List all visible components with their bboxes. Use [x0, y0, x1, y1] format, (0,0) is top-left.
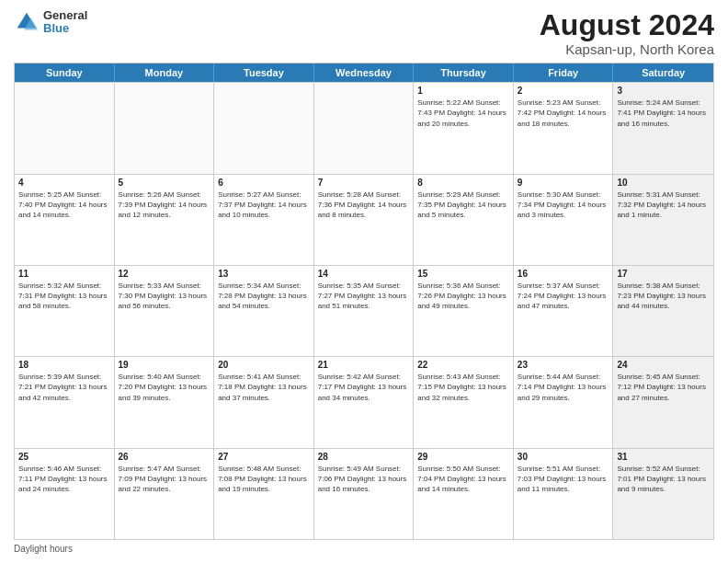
- day-number: 5: [119, 178, 210, 188]
- day-info: Sunrise: 5:50 AM Sunset: 7:04 PM Dayligh…: [417, 464, 509, 495]
- day-number: 6: [218, 178, 310, 188]
- day-number: 20: [218, 360, 310, 370]
- day-info: Sunrise: 5:25 AM Sunset: 7:40 PM Dayligh…: [18, 190, 110, 221]
- day-info: Sunrise: 5:37 AM Sunset: 7:24 PM Dayligh…: [518, 281, 609, 312]
- calendar-body: 1Sunrise: 5:22 AM Sunset: 7:43 PM Daylig…: [15, 82, 713, 539]
- cal-cell: 14Sunrise: 5:35 AM Sunset: 7:27 PM Dayli…: [314, 266, 415, 356]
- day-info: Sunrise: 5:23 AM Sunset: 7:42 PM Dayligh…: [518, 98, 609, 129]
- cal-cell: 17Sunrise: 5:38 AM Sunset: 7:23 PM Dayli…: [613, 266, 713, 356]
- cal-cell: 9Sunrise: 5:30 AM Sunset: 7:34 PM Daylig…: [514, 175, 614, 265]
- title-block: August 2024 Kapsan-up, North Korea: [540, 9, 714, 57]
- day-number: 28: [318, 452, 410, 462]
- cal-cell: 28Sunrise: 5:49 AM Sunset: 7:06 PM Dayli…: [314, 449, 415, 539]
- cal-cell: 11Sunrise: 5:32 AM Sunset: 7:31 PM Dayli…: [15, 266, 115, 356]
- day-info: Sunrise: 5:51 AM Sunset: 7:03 PM Dayligh…: [518, 464, 609, 495]
- cal-cell: 8Sunrise: 5:29 AM Sunset: 7:35 PM Daylig…: [414, 175, 514, 265]
- day-number: 9: [518, 178, 609, 188]
- calendar-week-3: 18Sunrise: 5:39 AM Sunset: 7:21 PM Dayli…: [15, 356, 713, 447]
- day-number: 24: [617, 360, 710, 370]
- day-number: 14: [318, 269, 410, 279]
- cal-cell: 1Sunrise: 5:22 AM Sunset: 7:43 PM Daylig…: [414, 83, 514, 173]
- footer: Daylight hours: [14, 544, 714, 554]
- day-number: 11: [18, 269, 110, 279]
- day-header-thursday: Thursday: [414, 63, 514, 82]
- cal-cell: 27Sunrise: 5:48 AM Sunset: 7:08 PM Dayli…: [214, 449, 314, 539]
- day-info: Sunrise: 5:44 AM Sunset: 7:14 PM Dayligh…: [518, 372, 609, 403]
- calendar-header: SundayMondayTuesdayWednesdayThursdayFrid…: [15, 63, 713, 82]
- day-number: 12: [119, 269, 210, 279]
- cal-cell: 31Sunrise: 5:52 AM Sunset: 7:01 PM Dayli…: [613, 449, 713, 539]
- cal-cell: 24Sunrise: 5:45 AM Sunset: 7:12 PM Dayli…: [613, 357, 713, 447]
- cal-cell: 15Sunrise: 5:36 AM Sunset: 7:26 PM Dayli…: [414, 266, 514, 356]
- day-header-sunday: Sunday: [15, 63, 115, 82]
- day-info: Sunrise: 5:43 AM Sunset: 7:15 PM Dayligh…: [417, 372, 509, 403]
- day-number: 22: [417, 360, 509, 370]
- day-info: Sunrise: 5:24 AM Sunset: 7:41 PM Dayligh…: [617, 98, 710, 129]
- day-number: 27: [218, 452, 310, 462]
- day-info: Sunrise: 5:48 AM Sunset: 7:08 PM Dayligh…: [218, 464, 310, 495]
- day-number: 18: [18, 360, 110, 370]
- day-number: 17: [617, 269, 710, 279]
- cal-cell: 12Sunrise: 5:33 AM Sunset: 7:30 PM Dayli…: [115, 266, 215, 356]
- day-number: 7: [318, 178, 410, 188]
- day-info: Sunrise: 5:47 AM Sunset: 7:09 PM Dayligh…: [119, 464, 210, 495]
- cal-cell: 6Sunrise: 5:27 AM Sunset: 7:37 PM Daylig…: [214, 175, 314, 265]
- page: General Blue August 2024 Kapsan-up, Nort…: [0, 0, 728, 563]
- day-number: 29: [417, 452, 509, 462]
- day-number: 21: [318, 360, 410, 370]
- day-number: 16: [518, 269, 609, 279]
- day-number: 4: [18, 178, 110, 188]
- cal-cell: 10Sunrise: 5:31 AM Sunset: 7:32 PM Dayli…: [613, 175, 713, 265]
- cal-cell: 16Sunrise: 5:37 AM Sunset: 7:24 PM Dayli…: [514, 266, 614, 356]
- calendar-title: August 2024: [540, 9, 714, 41]
- logo-icon: [14, 9, 40, 35]
- cal-cell: 26Sunrise: 5:47 AM Sunset: 7:09 PM Dayli…: [115, 449, 215, 539]
- day-number: 10: [617, 178, 710, 188]
- day-number: 3: [617, 86, 710, 96]
- day-info: Sunrise: 5:26 AM Sunset: 7:39 PM Dayligh…: [119, 190, 210, 221]
- day-number: 1: [417, 86, 509, 96]
- day-number: 25: [18, 452, 110, 462]
- logo-text: General Blue: [43, 9, 87, 36]
- cal-cell: [314, 83, 415, 173]
- day-info: Sunrise: 5:32 AM Sunset: 7:31 PM Dayligh…: [18, 281, 110, 312]
- calendar-week-0: 1Sunrise: 5:22 AM Sunset: 7:43 PM Daylig…: [15, 82, 713, 173]
- day-number: 8: [417, 178, 509, 188]
- cal-cell: 21Sunrise: 5:42 AM Sunset: 7:17 PM Dayli…: [314, 357, 415, 447]
- calendar-week-2: 11Sunrise: 5:32 AM Sunset: 7:31 PM Dayli…: [15, 265, 713, 356]
- day-header-friday: Friday: [514, 63, 614, 82]
- cal-cell: 4Sunrise: 5:25 AM Sunset: 7:40 PM Daylig…: [15, 175, 115, 265]
- day-info: Sunrise: 5:42 AM Sunset: 7:17 PM Dayligh…: [318, 372, 410, 403]
- day-number: 19: [119, 360, 210, 370]
- cal-cell: 29Sunrise: 5:50 AM Sunset: 7:04 PM Dayli…: [414, 449, 514, 539]
- cal-cell: 13Sunrise: 5:34 AM Sunset: 7:28 PM Dayli…: [214, 266, 314, 356]
- day-info: Sunrise: 5:34 AM Sunset: 7:28 PM Dayligh…: [218, 281, 310, 312]
- cal-cell: 18Sunrise: 5:39 AM Sunset: 7:21 PM Dayli…: [15, 357, 115, 447]
- day-header-tuesday: Tuesday: [214, 63, 314, 82]
- day-info: Sunrise: 5:35 AM Sunset: 7:27 PM Dayligh…: [318, 281, 410, 312]
- day-info: Sunrise: 5:49 AM Sunset: 7:06 PM Dayligh…: [318, 464, 410, 495]
- day-info: Sunrise: 5:41 AM Sunset: 7:18 PM Dayligh…: [218, 372, 310, 403]
- logo-blue: Blue: [43, 22, 87, 35]
- cal-cell: 19Sunrise: 5:40 AM Sunset: 7:20 PM Dayli…: [115, 357, 215, 447]
- cal-cell: 3Sunrise: 5:24 AM Sunset: 7:41 PM Daylig…: [613, 83, 713, 173]
- day-info: Sunrise: 5:45 AM Sunset: 7:12 PM Dayligh…: [617, 372, 710, 403]
- day-info: Sunrise: 5:31 AM Sunset: 7:32 PM Dayligh…: [617, 190, 710, 221]
- day-info: Sunrise: 5:22 AM Sunset: 7:43 PM Dayligh…: [417, 98, 509, 129]
- cal-cell: 23Sunrise: 5:44 AM Sunset: 7:14 PM Dayli…: [514, 357, 614, 447]
- day-number: 15: [417, 269, 509, 279]
- calendar: SundayMondayTuesdayWednesdayThursdayFrid…: [14, 63, 714, 540]
- day-number: 23: [518, 360, 609, 370]
- cal-cell: 30Sunrise: 5:51 AM Sunset: 7:03 PM Dayli…: [514, 449, 614, 539]
- cal-cell: 22Sunrise: 5:43 AM Sunset: 7:15 PM Dayli…: [414, 357, 514, 447]
- day-number: 2: [518, 86, 609, 96]
- day-info: Sunrise: 5:52 AM Sunset: 7:01 PM Dayligh…: [617, 464, 710, 495]
- day-info: Sunrise: 5:40 AM Sunset: 7:20 PM Dayligh…: [119, 372, 210, 403]
- cal-cell: 25Sunrise: 5:46 AM Sunset: 7:11 PM Dayli…: [15, 449, 115, 539]
- day-info: Sunrise: 5:29 AM Sunset: 7:35 PM Dayligh…: [417, 190, 509, 221]
- day-number: 31: [617, 452, 710, 462]
- day-info: Sunrise: 5:33 AM Sunset: 7:30 PM Dayligh…: [119, 281, 210, 312]
- cal-cell: [214, 83, 314, 173]
- cal-cell: [15, 83, 115, 173]
- day-number: 13: [218, 269, 310, 279]
